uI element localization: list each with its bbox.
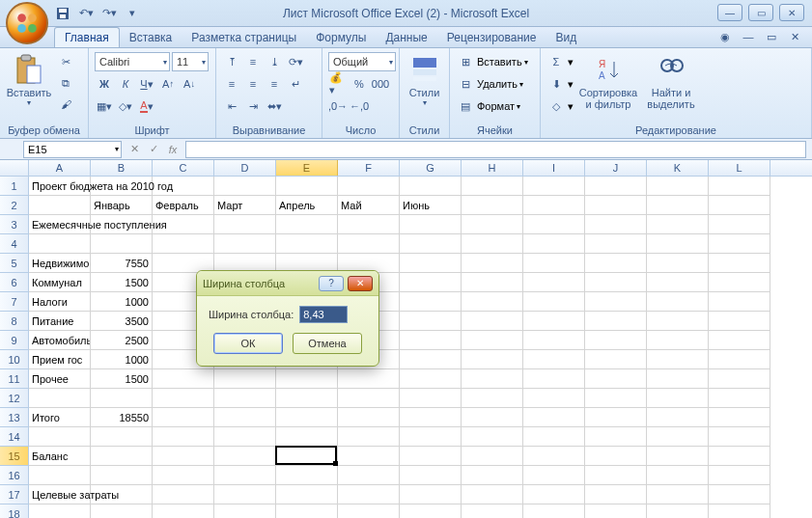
minimize-button[interactable]: — [717,4,742,21]
cell[interactable] [338,485,400,504]
save-icon[interactable] [54,5,71,22]
cell[interactable] [523,177,585,196]
cell[interactable] [585,254,647,273]
italic-icon[interactable]: К [116,74,135,94]
cell[interactable] [338,215,400,234]
cell[interactable]: Автомобиль [29,331,91,350]
cell[interactable] [214,427,276,447]
cell[interactable]: 2500 [91,331,153,350]
orientation-icon[interactable]: ⟳▾ [286,52,305,71]
cell[interactable] [400,292,462,312]
fill-color-icon[interactable]: ◇▾ [116,96,135,116]
cell[interactable] [214,177,276,196]
qat-customize-icon[interactable]: ▾ [124,5,141,22]
col-header-L[interactable]: L [709,160,770,176]
align-middle-icon[interactable]: ≡ [243,52,263,71]
cell[interactable]: Прочее [29,369,91,389]
cell[interactable] [214,504,276,518]
office-button[interactable] [6,2,48,44]
cell[interactable] [523,485,585,504]
cell[interactable] [523,292,585,312]
cell[interactable] [709,389,770,408]
cell[interactable]: Апрель [276,196,338,215]
cell[interactable] [709,427,770,447]
cell[interactable] [647,234,709,254]
comma-icon[interactable]: 000 [371,74,390,94]
cell[interactable] [647,485,709,504]
cell[interactable] [462,234,523,254]
row-header[interactable]: 14 [0,427,29,447]
col-header-G[interactable]: G [400,160,462,176]
tab-data[interactable]: Данные [376,28,436,47]
cell[interactable]: Проект бюджета на 2010 год [29,177,91,196]
row-header[interactable]: 9 [0,331,29,350]
formula-input[interactable] [185,141,806,158]
cell[interactable] [709,215,770,234]
cell[interactable] [338,234,400,254]
cell[interactable] [462,408,523,427]
cell[interactable] [338,369,400,389]
cell[interactable] [276,215,338,234]
cell[interactable]: Налоги [29,292,91,312]
col-header-K[interactable]: K [647,160,709,176]
cell[interactable] [585,234,647,254]
cell[interactable] [462,369,523,389]
cell[interactable]: Баланс [29,447,91,466]
cell[interactable] [276,466,338,485]
font-color-icon[interactable]: A▾ [137,96,156,116]
tab-layout[interactable]: Разметка страницы [182,28,306,47]
cell[interactable] [585,312,647,331]
col-header-B[interactable]: B [91,160,153,176]
cell[interactable]: Июнь [400,196,462,215]
cell[interactable]: 1000 [91,292,153,312]
cell[interactable] [214,234,276,254]
cell[interactable] [709,312,770,331]
cell[interactable]: Май [338,196,400,215]
cell[interactable] [647,254,709,273]
increase-decimal-icon[interactable]: ,0→ [328,96,348,116]
cell[interactable] [523,254,585,273]
cell[interactable] [647,408,709,427]
cell[interactable] [276,369,338,389]
cell[interactable] [462,292,523,312]
cell[interactable] [647,350,709,369]
cell[interactable] [585,408,647,427]
cell[interactable] [462,215,523,234]
column-width-input[interactable] [299,306,348,323]
cell[interactable] [276,447,338,466]
cell[interactable] [585,485,647,504]
align-bottom-icon[interactable]: ⤓ [265,52,284,71]
enter-edit-icon[interactable]: ✓ [145,141,162,158]
row-header[interactable]: 11 [0,369,29,389]
align-center-icon[interactable]: ≡ [243,74,263,94]
row-header[interactable]: 2 [0,196,29,215]
cell[interactable]: Март [214,196,276,215]
cell[interactable]: Прием гос [29,350,91,369]
cell[interactable] [523,504,585,518]
cell[interactable] [523,273,585,292]
cell[interactable] [523,215,585,234]
cell[interactable] [400,350,462,369]
currency-icon[interactable]: 💰▾ [328,74,348,94]
cells-insert-button[interactable]: ⊞Вставить▾ [456,52,528,71]
styles-button[interactable]: Стили ▾ [406,52,443,109]
col-header-F[interactable]: F [338,160,400,176]
cell[interactable] [400,215,462,234]
cell[interactable] [276,177,338,196]
percent-icon[interactable]: % [350,74,369,94]
mdi-minimize-icon[interactable]: — [741,29,756,44]
cut-icon[interactable]: ✂ [56,52,75,71]
cell[interactable] [585,273,647,292]
cell[interactable] [153,369,214,389]
cell[interactable]: 3500 [91,312,153,331]
cell[interactable]: Январь [91,196,153,215]
tab-formulas[interactable]: Формулы [306,28,376,47]
cell[interactable] [523,447,585,466]
format-painter-icon[interactable]: 🖌 [56,95,75,114]
cell[interactable] [585,215,647,234]
cell[interactable] [462,350,523,369]
cell[interactable] [276,485,338,504]
help-icon[interactable]: ◉ [717,29,733,44]
cell[interactable] [709,466,770,485]
undo-icon[interactable]: ↶▾ [77,5,95,22]
